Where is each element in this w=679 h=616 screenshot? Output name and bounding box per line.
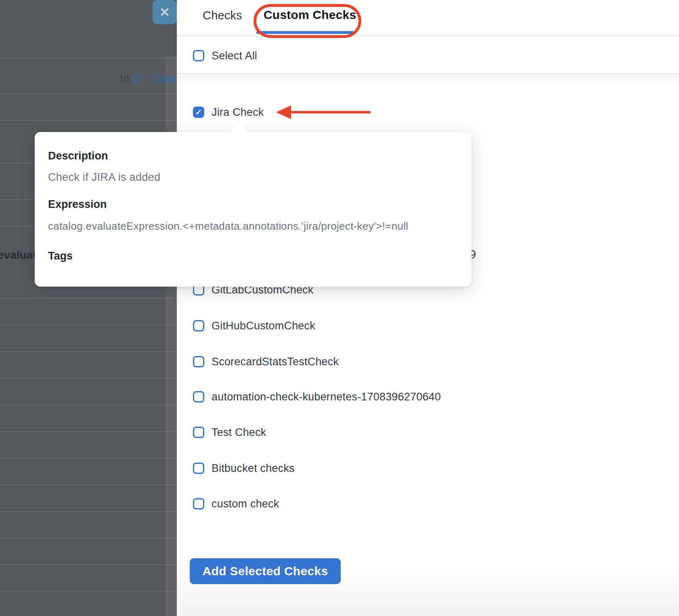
id-label: Id [120,72,129,85]
tab-checks[interactable]: Checks [203,9,242,22]
dimmed-background-overlay: Id i : Cata evaluat [0,0,177,616]
tab-custom-checks[interactable]: Custom Checks [264,8,356,22]
active-tab-underline [256,31,355,34]
bitbucket-checkbox[interactable] [193,463,204,474]
custom-check-checkbox[interactable] [193,498,204,509]
background-row-divider [0,94,177,94]
select-all-checkbox[interactable] [193,50,204,61]
jira-check-tooltip: Description Check if JIRA is added Expre… [35,132,472,287]
check-label: automation-check-kubernetes-170839627064… [212,391,441,403]
colon-separator: : [146,72,149,85]
select-all-row[interactable]: Select All [193,49,257,63]
check-row-test-check[interactable]: Test Check [193,425,266,439]
select-all-label: Select All [212,50,257,62]
tooltip-description-value: Check if JIRA is added [48,171,160,184]
background-id-cell: Id i : Cata [120,72,176,85]
info-icon: i [133,74,142,84]
custom-checks-drawer: Checks Custom Checks Select All ✓ Jira C… [177,0,679,616]
background-row-divider [0,58,177,59]
check-row-bitbucket[interactable]: Bitbucket checks [193,461,295,475]
tooltip-expression-value: catalog.evaluateExpression.<+metadata.an… [48,220,408,233]
check-row-jira-check[interactable]: ✓ Jira Check [193,105,264,119]
check-row-scorecardstats[interactable]: ScorecardStatsTestCheck [193,355,339,369]
tooltip-expression-label: Expression [48,198,107,211]
check-label: custom check [212,498,279,510]
background-row-divider [0,120,177,121]
tabbar-divider [177,35,679,36]
github-checkbox[interactable] [193,320,204,331]
check-row-custom-check[interactable]: custom check [193,497,279,511]
test-check-checkbox[interactable] [193,427,204,438]
scorecardstats-checkbox[interactable] [193,356,204,367]
tooltip-description-label: Description [48,150,108,162]
check-label: GitHubCustomCheck [212,320,315,332]
close-drawer-button[interactable]: ✕ [153,0,177,24]
jira-check-checkbox[interactable]: ✓ [193,107,204,118]
close-icon: ✕ [159,5,170,20]
catalog-link-fragment: Cata [153,72,176,85]
checkmark-icon: ✓ [195,107,202,117]
tooltip-tags-label: Tags [48,250,73,262]
check-row-automation-kubernetes[interactable]: automation-check-kubernetes-170839627064… [193,390,441,404]
check-label: Bitbucket checks [212,462,295,475]
check-label: ScorecardStatsTestCheck [212,356,339,368]
background-table-rows [0,298,177,616]
add-selected-checks-button[interactable]: Add Selected Checks [190,558,341,584]
check-label: Test Check [212,426,266,439]
automation-kubernetes-checkbox[interactable] [193,391,204,402]
check-label: Jira Check [212,106,264,119]
background-cell-text-fragment: evaluat [0,249,37,262]
list-top-shade [177,74,679,85]
check-row-github[interactable]: GitHubCustomCheck [193,319,315,333]
